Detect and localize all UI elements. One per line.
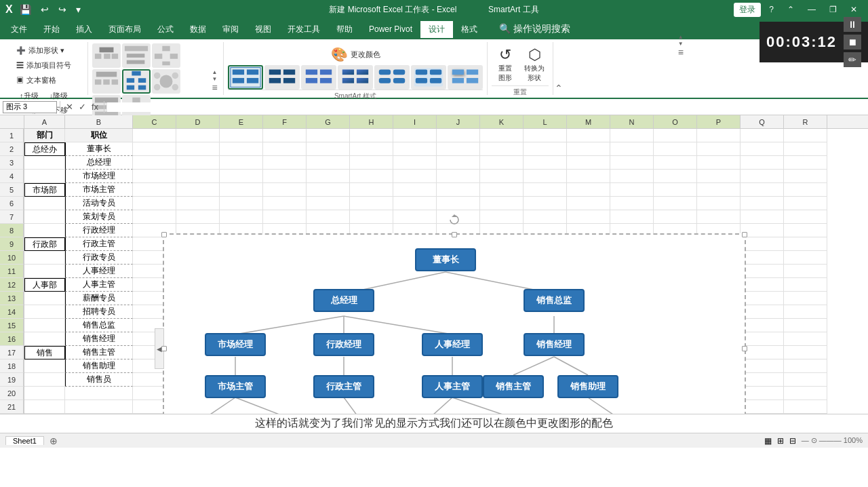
style-4[interactable]: [338, 65, 373, 90]
cell-l2[interactable]: [524, 142, 567, 156]
cell-r2[interactable]: [784, 142, 827, 156]
cell-j2[interactable]: [437, 142, 480, 156]
style-2[interactable]: [264, 65, 300, 90]
view-normal[interactable]: ▦: [764, 436, 772, 446]
save-qat[interactable]: 💾: [17, 3, 34, 16]
cell-f2[interactable]: [263, 142, 307, 156]
search-help[interactable]: 🔍 操作说明搜索: [499, 23, 570, 35]
row-num-8[interactable]: 8: [0, 224, 24, 237]
cell-a17[interactable]: 销售: [24, 346, 65, 359]
cell-b11[interactable]: 人事经理: [65, 265, 133, 278]
cell-b12[interactable]: 人事主管: [65, 278, 133, 292]
add-shape-btn[interactable]: ➕ 添加形状 ▾: [12, 43, 68, 58]
col-header-p[interactable]: P: [697, 115, 741, 128]
resize-handle-tr[interactable]: [742, 232, 747, 237]
cancel-formula-btn[interactable]: ✕: [63, 102, 76, 112]
tab-review[interactable]: 审阅: [214, 21, 247, 38]
timer-pause-btn[interactable]: ⏸: [844, 17, 861, 32]
cell-j1[interactable]: [437, 129, 480, 142]
col-header-c[interactable]: C: [133, 115, 176, 128]
cell-f1[interactable]: [263, 129, 307, 142]
org-node-xiaoshouzhuguan[interactable]: 销售主管: [483, 375, 544, 398]
layout-thumb-5-selected[interactable]: [122, 69, 151, 94]
cell-a5[interactable]: 市场部: [24, 183, 65, 197]
col-header-r[interactable]: R: [784, 115, 827, 128]
row-num-6[interactable]: 6: [0, 197, 24, 210]
text-pane-btn[interactable]: ▣ 文本窗格: [12, 73, 60, 87]
minimize-button[interactable]: —: [802, 3, 821, 16]
row-num-18[interactable]: 18: [0, 359, 24, 373]
cell-b18[interactable]: 销售助理: [65, 359, 133, 373]
org-node-xiaoshoujingli[interactable]: 销售经理: [524, 333, 585, 356]
cell-p1[interactable]: [697, 129, 741, 142]
col-header-m[interactable]: M: [567, 115, 610, 128]
cell-m2[interactable]: [567, 142, 610, 156]
timer-edit-btn[interactable]: ✏: [844, 52, 861, 67]
col-header-g[interactable]: G: [307, 115, 350, 128]
smartart-container[interactable]: ◀: [163, 233, 746, 414]
cell-o1[interactable]: [654, 129, 697, 142]
col-header-b[interactable]: B: [65, 115, 133, 128]
cell-k2[interactable]: [480, 142, 524, 156]
cell-b13[interactable]: 薪酬专员: [65, 292, 133, 305]
col-header-h[interactable]: H: [350, 115, 393, 128]
tab-insert[interactable]: 插入: [68, 21, 100, 38]
tab-format[interactable]: 格式: [453, 21, 486, 38]
cell-a9[interactable]: 行政部: [24, 237, 65, 251]
cell-q1[interactable]: [741, 129, 784, 142]
cell-d2[interactable]: [176, 142, 220, 156]
org-node-dongshizhang[interactable]: 董事长: [415, 248, 476, 271]
qat-more[interactable]: ▾: [73, 3, 83, 16]
org-node-xingzhengzhuguan[interactable]: 行政主管: [313, 375, 374, 398]
change-color-btn[interactable]: 🎨 更改颜色: [327, 43, 384, 65]
resize-handle-tm[interactable]: [452, 232, 457, 237]
col-header-j[interactable]: J: [437, 115, 480, 128]
cell-i1[interactable]: [393, 129, 437, 142]
cell-n2[interactable]: [610, 142, 654, 156]
row-num-19[interactable]: 19: [0, 373, 24, 387]
add-sheet-btn[interactable]: ⊕: [50, 435, 58, 446]
row-num-5[interactable]: 5: [0, 183, 24, 197]
help-button[interactable]: ?: [764, 3, 779, 16]
cell-a3[interactable]: [24, 156, 65, 170]
col-header-k[interactable]: K: [480, 115, 524, 128]
cell-g1[interactable]: [307, 129, 350, 142]
col-header-i[interactable]: I: [393, 115, 437, 128]
col-header-n[interactable]: N: [610, 115, 654, 128]
cell-b4[interactable]: 市场经理: [65, 170, 133, 183]
row-num-3[interactable]: 3: [0, 156, 24, 170]
row-num-10[interactable]: 10: [0, 251, 24, 265]
row-num-21[interactable]: 21: [0, 400, 24, 414]
add-bullet-btn[interactable]: ☰ 添加项目符号: [12, 58, 75, 73]
style-3[interactable]: [301, 65, 336, 90]
tab-view[interactable]: 视图: [247, 21, 279, 38]
restore-button[interactable]: ❐: [824, 3, 842, 16]
formula-input[interactable]: [107, 102, 865, 112]
tab-layout[interactable]: 页面布局: [100, 21, 149, 38]
cell-a2[interactable]: 总经办: [24, 142, 65, 156]
row-num-9[interactable]: 9: [0, 237, 24, 251]
cell-m1[interactable]: [567, 129, 610, 142]
tab-file[interactable]: 文件: [3, 21, 35, 38]
cell-e2[interactable]: [220, 142, 263, 156]
org-node-shichangzhuguan[interactable]: 市场主管: [205, 375, 266, 398]
cell-b10[interactable]: 行政专员: [65, 251, 133, 265]
view-layout[interactable]: ⊞: [777, 436, 784, 446]
org-node-xiaoshouzhuli[interactable]: 销售助理: [557, 375, 618, 398]
row-num-15[interactable]: 15: [0, 319, 24, 332]
cell-b5[interactable]: 市场主管: [65, 183, 133, 197]
cell-b1[interactable]: 职位: [65, 129, 133, 142]
tab-design[interactable]: 设计: [420, 21, 453, 38]
layout-thumb-1[interactable]: [92, 43, 121, 68]
cell-b9[interactable]: 行政主管: [65, 237, 133, 251]
row-num-11[interactable]: 11: [0, 265, 24, 278]
org-node-renshijingli[interactable]: 人事经理: [422, 333, 483, 356]
reset-graphic-btn[interactable]: ↺ 重置图形: [492, 43, 519, 85]
cell-g2[interactable]: [307, 142, 350, 156]
cell-b17[interactable]: 销售主管: [65, 346, 133, 359]
resize-handle-ml[interactable]: [161, 346, 167, 351]
cell-c1[interactable]: [133, 129, 176, 142]
cell-a1[interactable]: 部门: [24, 129, 65, 142]
ribbon-collapse[interactable]: ⌃: [782, 3, 800, 16]
tab-data[interactable]: 数据: [182, 21, 214, 38]
